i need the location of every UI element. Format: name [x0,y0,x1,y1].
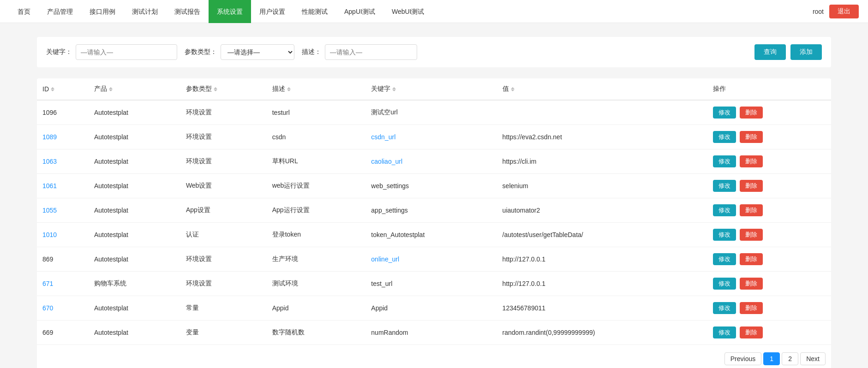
cell-value [497,100,708,125]
sort-up-icon [214,87,217,89]
delete-button[interactable]: 删除 [740,253,763,265]
cell-value: selenium [497,174,708,198]
edit-button[interactable]: 修改 [713,229,736,241]
th-id[interactable]: ID [37,78,89,100]
delete-button[interactable]: 删除 [740,229,763,241]
cell-param-type: 环境设置 [180,272,267,296]
cell-id: 1061 [37,174,89,198]
cell-id: 869 [37,247,89,272]
edit-button[interactable]: 修改 [713,107,736,119]
sort-icon-param-type [214,87,217,91]
table-header-row: ID 产品 [37,78,831,100]
sort-up-icon [51,87,54,89]
cell-product: Autotestplat [89,321,180,345]
edit-button[interactable]: 修改 [713,253,736,265]
sort-icon-value [511,87,515,91]
cell-product: Autotestplat [89,223,180,247]
th-keyword[interactable]: 关键字 [365,78,497,100]
add-button[interactable]: 添加 [790,44,822,60]
nav-item-product[interactable]: 产品管理 [39,0,81,23]
cell-keyword: caoliao_url [365,149,497,174]
cell-product: Autotestplat [89,198,180,223]
edit-button[interactable]: 修改 [713,131,736,143]
cell-param-type: 环境设置 [180,247,267,272]
cell-id: 1096 [37,100,89,125]
previous-button[interactable]: Previous [724,352,761,365]
nav-item-plan[interactable]: 测试计划 [124,0,166,23]
keyword-group: 关键字： [46,44,177,60]
th-desc[interactable]: 描述 [267,78,366,100]
cell-keyword: online_url [365,247,497,272]
desc-input[interactable] [325,44,417,60]
desc-label: 描述： [302,48,321,56]
edit-button[interactable]: 修改 [713,326,736,338]
sort-down-icon [214,89,217,91]
table-row: 670 Autotestplat 常量 Appid Appid 12345678… [37,296,831,321]
table-row: 1061 Autotestplat Web设置 web运行设置 web_sett… [37,174,831,198]
next-button[interactable]: Next [800,352,826,365]
table-row: 671 购物车系统 环境设置 测试环境 test_url http://127.… [37,272,831,296]
cell-desc: web运行设置 [267,174,366,198]
cell-keyword: csdn_url [365,125,497,149]
edit-button[interactable]: 修改 [713,278,736,290]
nav-item-webui[interactable]: WebUI测试 [383,0,433,23]
delete-button[interactable]: 删除 [740,204,763,216]
cell-action: 修改 删除 [707,198,831,223]
table-row: 869 Autotestplat 环境设置 生产环境 online_url ht… [37,247,831,272]
nav-item-perf[interactable]: 性能测试 [293,0,336,23]
delete-button[interactable]: 删除 [740,180,763,192]
search-bar: 关键字： 参数类型： —请选择— 环境设置 Web设置 App设置 认证 常量 … [37,37,831,67]
page-2-button[interactable]: 2 [782,352,798,365]
cell-id: 1063 [37,149,89,174]
main-content: 关键字： 参数类型： —请选择— 环境设置 Web设置 App设置 认证 常量 … [0,23,868,368]
cell-action: 修改 删除 [707,149,831,174]
edit-button[interactable]: 修改 [713,180,736,192]
cell-param-type: Web设置 [180,174,267,198]
logout-button[interactable]: 退出 [829,5,859,18]
sort-icon-keyword [392,87,396,91]
delete-button[interactable]: 删除 [740,155,763,167]
page-1-button[interactable]: 1 [763,352,780,365]
cell-value: 123456789011 [497,296,708,321]
cell-action: 修改 删除 [707,125,831,149]
table-row: 1096 Autotestplat 环境设置 testurl 测试空url 修改… [37,100,831,125]
th-value[interactable]: 值 [497,78,708,100]
nav-item-settings[interactable]: 系统设置 [209,0,251,23]
delete-button[interactable]: 删除 [740,107,763,119]
navbar: 首页 产品管理 接口用例 测试计划 测试报告 系统设置 用户设置 性能测试 Ap… [0,0,868,23]
cell-product: Autotestplat [89,149,180,174]
edit-button[interactable]: 修改 [713,204,736,216]
delete-button[interactable]: 删除 [740,131,763,143]
cell-param-type: 常量 [180,296,267,321]
nav-item-user[interactable]: 用户设置 [251,0,293,23]
cell-product: Autotestplat [89,100,180,125]
param-type-select[interactable]: —请选择— 环境设置 Web设置 App设置 认证 常量 变量 [221,44,294,60]
keyword-input[interactable] [76,44,177,60]
cell-param-type: 环境设置 [180,149,267,174]
search-actions: 查询 添加 [754,44,822,60]
delete-button[interactable]: 删除 [740,278,763,290]
th-param-type[interactable]: 参数类型 [180,78,267,100]
table-container: ID 产品 [37,78,831,368]
data-table: ID 产品 [37,78,831,345]
cell-value: http://127.0.0.1 [497,272,708,296]
table-row: 1063 Autotestplat 环境设置 草料URL caoliao_url… [37,149,831,174]
table-row: 669 Autotestplat 变量 数字随机数 numRandom rand… [37,321,831,345]
cell-value: https://cli.im [497,149,708,174]
th-product[interactable]: 产品 [89,78,180,100]
cell-id: 1089 [37,125,89,149]
delete-button[interactable]: 删除 [740,302,763,314]
cell-value: https://eva2.csdn.net [497,125,708,149]
delete-button[interactable]: 删除 [740,326,763,338]
cell-id: 1010 [37,223,89,247]
nav-right: root 退出 [813,5,859,18]
sort-icon-product [109,87,113,91]
nav-item-home[interactable]: 首页 [9,0,39,23]
edit-button[interactable]: 修改 [713,155,736,167]
cell-keyword: web_settings [365,174,497,198]
query-button[interactable]: 查询 [754,44,786,60]
edit-button[interactable]: 修改 [713,302,736,314]
nav-item-report[interactable]: 测试报告 [166,0,209,23]
nav-item-api[interactable]: 接口用例 [81,0,124,23]
nav-item-appui[interactable]: AppUI测试 [336,0,383,23]
